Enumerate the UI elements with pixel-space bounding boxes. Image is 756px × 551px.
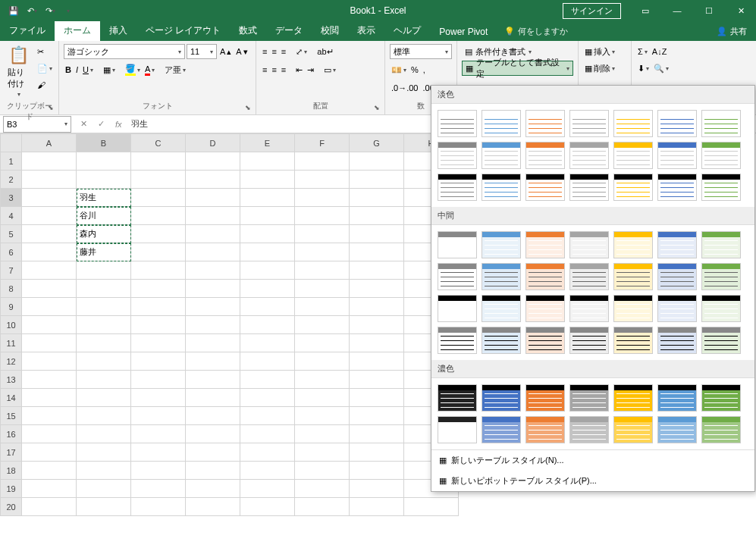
wrap-text-button[interactable]: ab↵ <box>315 44 334 59</box>
cell-E7[interactable] <box>240 261 295 280</box>
cell-F4[interactable] <box>295 207 350 225</box>
table-style-thumb[interactable] <box>482 110 521 137</box>
tab-file[interactable]: ファイル <box>0 20 55 41</box>
qat-customize-icon[interactable]: ▾ <box>61 3 76 18</box>
font-color-button[interactable]: A▾ <box>143 62 156 77</box>
row-header-5[interactable]: 5 <box>1 225 22 243</box>
autosum-button[interactable]: Σ▾ <box>636 44 649 59</box>
cell-A16[interactable] <box>22 425 77 443</box>
cell-D14[interactable] <box>186 389 240 407</box>
table-style-thumb[interactable] <box>613 174 653 201</box>
italic-button[interactable]: I <box>74 62 80 77</box>
cell-F10[interactable] <box>295 316 350 334</box>
table-style-thumb[interactable] <box>569 295 609 322</box>
cut-button[interactable]: ✂ <box>36 44 54 59</box>
cell-B1[interactable] <box>77 152 131 171</box>
table-style-thumb[interactable] <box>525 327 565 354</box>
cell-C5[interactable] <box>131 225 186 243</box>
cell-G16[interactable] <box>350 425 404 443</box>
cell-D3[interactable] <box>186 189 240 207</box>
align-middle-button[interactable]: ≡ <box>270 44 278 59</box>
cell-F9[interactable] <box>295 298 350 316</box>
cell-F16[interactable] <box>295 425 350 443</box>
table-style-thumb[interactable] <box>569 142 609 169</box>
cell-E8[interactable] <box>240 280 295 298</box>
cell-A5[interactable] <box>22 225 77 243</box>
table-style-thumb[interactable] <box>482 384 521 412</box>
cell-G7[interactable] <box>350 261 404 280</box>
cell-A13[interactable] <box>22 371 77 389</box>
cell-C13[interactable] <box>131 371 186 389</box>
column-header-G[interactable]: G <box>350 134 404 152</box>
table-style-thumb[interactable] <box>657 416 697 443</box>
cell-E19[interactable] <box>240 480 295 498</box>
cell-C7[interactable] <box>131 261 186 280</box>
table-style-thumb[interactable] <box>525 384 565 412</box>
column-header-E[interactable]: E <box>240 134 295 152</box>
cell-B20[interactable] <box>77 498 131 516</box>
row-header-9[interactable]: 9 <box>1 298 22 316</box>
format-painter-button[interactable]: 🖌 <box>36 77 54 92</box>
row-header-6[interactable]: 6 <box>1 243 22 261</box>
percent-button[interactable]: % <box>409 62 420 77</box>
delete-cells-button[interactable]: ▦ 削除▾ <box>583 61 626 76</box>
table-style-thumb[interactable] <box>525 174 565 201</box>
cell-C18[interactable] <box>131 462 186 480</box>
cell-D13[interactable] <box>186 371 240 389</box>
cell-H20[interactable] <box>404 498 459 516</box>
cell-D19[interactable] <box>186 480 240 498</box>
cell-E15[interactable] <box>240 407 295 425</box>
decrease-font-button[interactable]: A▾ <box>234 44 249 59</box>
table-style-thumb[interactable] <box>613 384 653 412</box>
column-header-B[interactable]: B <box>77 134 131 152</box>
cell-C9[interactable] <box>131 298 186 316</box>
cell-G18[interactable] <box>350 462 404 480</box>
table-style-thumb[interactable] <box>569 327 609 354</box>
table-style-thumb[interactable] <box>438 263 477 290</box>
table-style-thumb[interactable] <box>482 174 521 201</box>
maximize-icon[interactable]: ☐ <box>694 0 724 21</box>
column-header-C[interactable]: C <box>131 134 186 152</box>
table-style-thumb[interactable] <box>482 295 521 322</box>
table-style-thumb[interactable] <box>482 231 521 258</box>
table-style-thumb[interactable] <box>438 174 477 201</box>
cell-C4[interactable] <box>131 207 186 225</box>
confirm-edit-button[interactable]: ✓ <box>95 119 108 129</box>
row-header-16[interactable]: 16 <box>1 425 22 443</box>
cell-E13[interactable] <box>240 371 295 389</box>
row-header-3[interactable]: 3 <box>1 189 22 207</box>
table-style-thumb[interactable] <box>482 416 521 443</box>
cell-B5[interactable]: 森内 <box>77 225 131 243</box>
cell-A17[interactable] <box>22 443 77 462</box>
cell-A18[interactable] <box>22 462 77 480</box>
row-header-12[interactable]: 12 <box>1 352 22 371</box>
table-style-thumb[interactable] <box>613 142 653 169</box>
redo-icon[interactable]: ↷▾ <box>42 3 58 18</box>
cell-F5[interactable] <box>295 225 350 243</box>
undo-icon[interactable]: ↶▾ <box>24 3 39 18</box>
cell-G10[interactable] <box>350 316 404 334</box>
cell-F8[interactable] <box>295 280 350 298</box>
table-style-thumb[interactable] <box>569 231 609 258</box>
cell-C14[interactable] <box>131 389 186 407</box>
cell-F19[interactable] <box>295 480 350 498</box>
font-dialog-launcher[interactable]: ⬊ <box>245 104 254 113</box>
cell-F18[interactable] <box>295 462 350 480</box>
column-header-A[interactable]: A <box>22 134 77 152</box>
cell-E11[interactable] <box>240 334 295 352</box>
table-style-thumb[interactable] <box>701 174 741 201</box>
cell-E1[interactable] <box>240 152 295 171</box>
cell-A19[interactable] <box>22 480 77 498</box>
cell-D9[interactable] <box>186 298 240 316</box>
table-style-thumb[interactable] <box>613 231 653 258</box>
tell-me-search[interactable]: 💡 何をしますか <box>497 22 576 41</box>
cell-E9[interactable] <box>240 298 295 316</box>
cell-B2[interactable] <box>77 171 131 189</box>
table-style-thumb[interactable] <box>438 142 477 169</box>
cell-G8[interactable] <box>350 280 404 298</box>
tab-help[interactable]: ヘルプ <box>384 20 430 41</box>
table-style-thumb[interactable] <box>701 327 741 354</box>
cell-D12[interactable] <box>186 352 240 371</box>
table-style-thumb[interactable] <box>613 327 653 354</box>
cell-F11[interactable] <box>295 334 350 352</box>
